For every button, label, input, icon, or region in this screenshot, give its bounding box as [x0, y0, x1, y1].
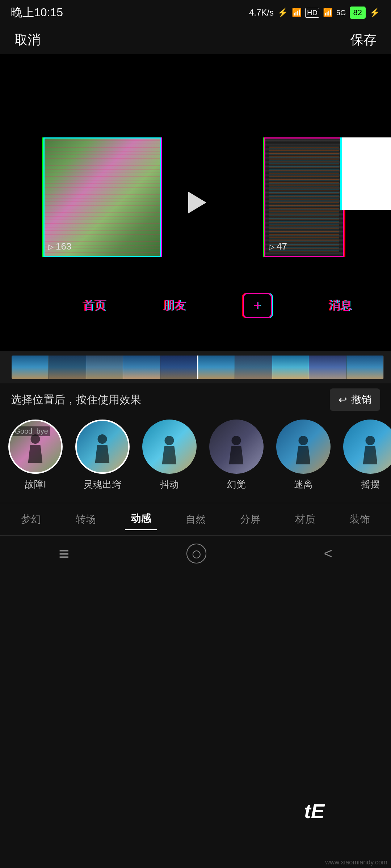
effect-thumb-illusion: [209, 420, 264, 474]
timeline-frame-8: [272, 356, 310, 379]
signal2-icon: 📶: [323, 8, 333, 17]
tiktok-friends: 朋友: [163, 298, 186, 314]
surfer-silhouette-2: [92, 434, 112, 467]
effect-thumb-sway: [343, 420, 391, 474]
effect-label-sway: 摇摆: [361, 478, 380, 491]
status-time: 晚上10:15: [11, 5, 63, 21]
instruction-text: 选择位置后，按住使用效果: [11, 392, 141, 407]
tiktok-ui-overlay: 首页 朋友 + 消息: [43, 289, 391, 322]
tE-label-area: tE: [304, 799, 324, 823]
cat-tab-dynamic[interactable]: 动感: [125, 508, 157, 530]
effect-item-soul[interactable]: 灵魂出窍: [74, 420, 130, 491]
play-icon-small: ▷: [48, 242, 54, 251]
top-toolbar: 取消 保存: [0, 25, 391, 54]
undo-button[interactable]: ↩ 撤销: [330, 388, 380, 411]
play-icon-small2: ▷: [269, 242, 274, 251]
effects-row: Good_bye 故障Ⅰ 灵魂出窍 抖动: [0, 416, 391, 503]
status-icons: 4.7K/s ⚡ 📶 HD 📶 5G 82 ⚡: [249, 7, 380, 19]
cat-tab-splitscreen[interactable]: 分屏: [234, 509, 266, 530]
surfer-silhouette-3: [159, 436, 179, 468]
right-panel-count: ▷ 47: [269, 241, 287, 252]
cat-tab-nature[interactable]: 自然: [180, 509, 211, 530]
charging-icon: ⚡: [369, 8, 380, 18]
effect-label-soul: 灵魂出窍: [84, 478, 121, 491]
tE-text: tE: [304, 800, 324, 822]
play-triangle-icon: [188, 192, 206, 213]
timeline-frame-4: [123, 356, 160, 379]
effect-item-illusion[interactable]: 幻觉: [208, 420, 264, 491]
video-frame-right: ▷ 47: [264, 137, 344, 257]
cat-tab-transition[interactable]: 转场: [70, 509, 102, 530]
effect-label-illusion: 幻觉: [227, 478, 246, 491]
signal-icon: 📶: [292, 8, 302, 17]
timeline-frame-2: [49, 356, 86, 379]
tiktok-plus-button: +: [243, 293, 272, 318]
video-preview: ▷ 163 ▷ 47 首页 朋友 + 消息: [0, 54, 391, 351]
battery-indicator: 82: [350, 7, 366, 19]
effect-label-lost: 迷离: [294, 478, 313, 491]
save-button[interactable]: 保存: [350, 31, 377, 49]
watermark: www.xiaomiandy.com: [325, 859, 387, 866]
effect-item-lost[interactable]: 迷离: [275, 420, 331, 491]
timeline-frame-7: [235, 356, 272, 379]
video-frame-corner: [340, 137, 391, 210]
effect-instruction-bar: 选择位置后，按住使用效果 ↩ 撤销: [0, 383, 391, 416]
tiktok-messages: 消息: [329, 298, 352, 314]
effect-label-shake: 抖动: [160, 478, 179, 491]
timeline-frame-9: [309, 356, 346, 379]
timeline-frame-6: [198, 356, 235, 379]
surfer-silhouette-4: [226, 436, 246, 468]
cat-tab-material[interactable]: 材质: [289, 509, 321, 530]
surfer-silhouette-6: [360, 436, 380, 468]
left-panel-count: ▷ 163: [48, 241, 71, 252]
effect-item-shake[interactable]: 抖动: [141, 420, 197, 491]
undo-icon: ↩: [339, 394, 347, 406]
timeline-frame-5: [160, 356, 198, 379]
bluetooth-icon: ⚡: [277, 8, 288, 18]
back-icon[interactable]: <: [324, 545, 332, 562]
hd-icon: HD: [305, 8, 319, 18]
timeline-frame-10: [346, 356, 384, 379]
cancel-button[interactable]: 取消: [14, 31, 41, 49]
effect-thumb-soul: [75, 420, 130, 474]
video-content: ▷ 163 ▷ 47 首页 朋友 + 消息: [0, 54, 391, 351]
effect-thumb-glitch: Good_bye: [8, 420, 63, 474]
timeline-strip[interactable]: [12, 356, 384, 379]
cat-tab-decoration[interactable]: 装饰: [344, 509, 376, 530]
timeline-cursor: [197, 356, 198, 379]
network-speed: 4.7K/s: [249, 8, 274, 18]
timeline-frame-1: [12, 356, 49, 379]
timeline-area: [0, 351, 391, 383]
surfer-silhouette-5: [293, 436, 313, 468]
surfer-silhouette-1: [25, 434, 45, 467]
effect-thumb-shake: [142, 420, 197, 474]
menu-icon[interactable]: ≡: [59, 543, 69, 564]
status-bar: 晚上10:15 4.7K/s ⚡ 📶 HD 📶 5G 82 ⚡: [0, 0, 391, 25]
effect-item-sway[interactable]: 摇摆: [342, 420, 391, 491]
effect-thumb-lost: [276, 420, 331, 474]
effect-item-glitch[interactable]: Good_bye 故障Ⅰ: [7, 420, 63, 491]
home-icon[interactable]: ○: [186, 544, 206, 563]
play-button[interactable]: [177, 184, 214, 221]
5g-icon: 5G: [336, 9, 346, 17]
effect-label-glitch: 故障Ⅰ: [25, 478, 46, 491]
cat-tab-dream[interactable]: 梦幻: [15, 509, 47, 530]
bottom-navigation: ≡ ○ <: [0, 535, 391, 571]
timeline-frame-3: [86, 356, 123, 379]
category-tabs: 梦幻 转场 动感 自然 分屏 材质 装饰: [0, 503, 391, 535]
undo-label: 撤销: [351, 393, 371, 407]
video-frame-left: ▷ 163: [43, 137, 161, 257]
tiktok-home: 首页: [83, 298, 106, 314]
